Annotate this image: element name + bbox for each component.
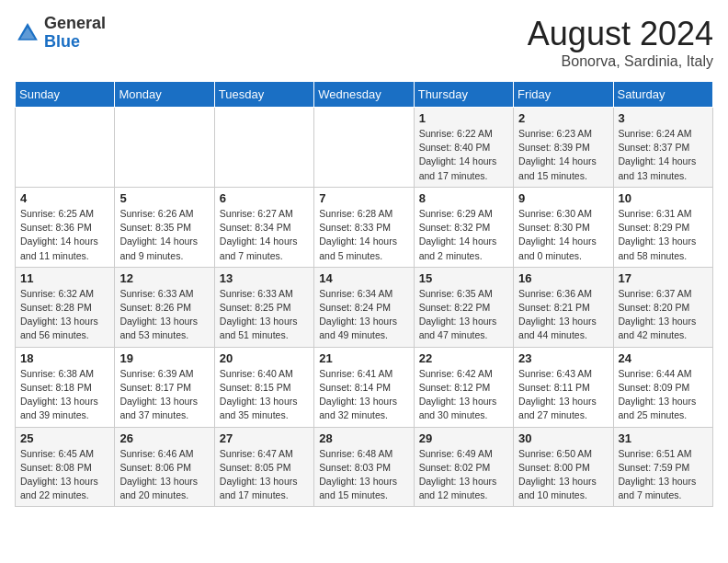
day-number: 31 xyxy=(619,431,708,445)
day-number: 20 xyxy=(220,351,309,365)
calendar-cell: 10Sunrise: 6:31 AM Sunset: 8:29 PM Dayli… xyxy=(613,187,712,267)
day-number: 30 xyxy=(518,431,608,445)
day-detail: Sunrise: 6:31 AM Sunset: 8:29 PM Dayligh… xyxy=(619,207,708,263)
day-number: 4 xyxy=(20,191,109,205)
day-detail: Sunrise: 6:51 AM Sunset: 7:59 PM Dayligh… xyxy=(619,447,708,503)
day-number: 16 xyxy=(518,271,608,285)
day-number: 8 xyxy=(419,191,508,205)
calendar-cell: 1Sunrise: 6:22 AM Sunset: 8:40 PM Daylig… xyxy=(414,108,513,188)
day-detail: Sunrise: 6:26 AM Sunset: 8:35 PM Dayligh… xyxy=(119,207,209,263)
day-detail: Sunrise: 6:47 AM Sunset: 8:05 PM Dayligh… xyxy=(220,447,309,503)
day-detail: Sunrise: 6:33 AM Sunset: 8:26 PM Dayligh… xyxy=(119,287,209,343)
day-number: 12 xyxy=(119,271,209,285)
day-detail: Sunrise: 6:28 AM Sunset: 8:33 PM Dayligh… xyxy=(319,207,408,263)
calendar-week-5: 25Sunrise: 6:45 AM Sunset: 8:08 PM Dayli… xyxy=(16,427,713,507)
day-number: 11 xyxy=(20,271,109,285)
calendar-week-1: 1Sunrise: 6:22 AM Sunset: 8:40 PM Daylig… xyxy=(16,108,713,188)
day-detail: Sunrise: 6:48 AM Sunset: 8:03 PM Dayligh… xyxy=(319,447,408,503)
day-header-wednesday: Wednesday xyxy=(314,82,414,108)
calendar-cell: 3Sunrise: 6:24 AM Sunset: 8:37 PM Daylig… xyxy=(613,108,712,188)
calendar-cell: 22Sunrise: 6:42 AM Sunset: 8:12 PM Dayli… xyxy=(414,347,513,427)
calendar-cell: 12Sunrise: 6:33 AM Sunset: 8:26 PM Dayli… xyxy=(115,267,214,347)
calendar-cell: 15Sunrise: 6:35 AM Sunset: 8:22 PM Dayli… xyxy=(414,267,513,347)
title-block: August 2024 Bonorva, Sardinia, Italy xyxy=(528,15,713,70)
calendar-cell: 2Sunrise: 6:23 AM Sunset: 8:39 PM Daylig… xyxy=(514,108,613,188)
calendar-cell: 16Sunrise: 6:36 AM Sunset: 8:21 PM Dayli… xyxy=(514,267,613,347)
logo-icon xyxy=(15,20,40,46)
day-number: 22 xyxy=(419,351,508,365)
day-detail: Sunrise: 6:22 AM Sunset: 8:40 PM Dayligh… xyxy=(419,127,508,183)
calendar-header: SundayMondayTuesdayWednesdayThursdayFrid… xyxy=(16,82,713,108)
day-number: 18 xyxy=(20,351,109,365)
calendar-cell: 14Sunrise: 6:34 AM Sunset: 8:24 PM Dayli… xyxy=(314,267,414,347)
calendar-body: 1Sunrise: 6:22 AM Sunset: 8:40 PM Daylig… xyxy=(16,108,713,507)
day-number: 15 xyxy=(419,271,508,285)
calendar-cell: 5Sunrise: 6:26 AM Sunset: 8:35 PM Daylig… xyxy=(115,187,214,267)
calendar-cell: 18Sunrise: 6:38 AM Sunset: 8:18 PM Dayli… xyxy=(16,347,115,427)
calendar-week-2: 4Sunrise: 6:25 AM Sunset: 8:36 PM Daylig… xyxy=(16,187,713,267)
day-detail: Sunrise: 6:37 AM Sunset: 8:20 PM Dayligh… xyxy=(619,287,708,343)
calendar-cell: 31Sunrise: 6:51 AM Sunset: 7:59 PM Dayli… xyxy=(613,427,712,507)
day-detail: Sunrise: 6:35 AM Sunset: 8:22 PM Dayligh… xyxy=(419,287,508,343)
calendar-cell xyxy=(214,108,313,188)
day-detail: Sunrise: 6:36 AM Sunset: 8:21 PM Dayligh… xyxy=(518,287,608,343)
page-header: General Blue August 2024 Bonorva, Sardin… xyxy=(15,15,713,70)
logo-general-text: General xyxy=(44,14,106,32)
calendar-cell xyxy=(16,108,115,188)
day-number: 19 xyxy=(119,351,209,365)
day-detail: Sunrise: 6:34 AM Sunset: 8:24 PM Dayligh… xyxy=(319,287,408,343)
calendar-cell xyxy=(115,108,214,188)
location-subtitle: Bonorva, Sardinia, Italy xyxy=(528,53,713,70)
day-number: 14 xyxy=(319,271,408,285)
day-header-tuesday: Tuesday xyxy=(214,82,313,108)
calendar-week-4: 18Sunrise: 6:38 AM Sunset: 8:18 PM Dayli… xyxy=(16,347,713,427)
day-number: 7 xyxy=(319,191,408,205)
day-detail: Sunrise: 6:44 AM Sunset: 8:09 PM Dayligh… xyxy=(619,367,708,423)
day-header-saturday: Saturday xyxy=(613,82,712,108)
calendar-cell: 28Sunrise: 6:48 AM Sunset: 8:03 PM Dayli… xyxy=(314,427,414,507)
day-header-friday: Friday xyxy=(514,82,613,108)
day-detail: Sunrise: 6:40 AM Sunset: 8:15 PM Dayligh… xyxy=(220,367,309,423)
day-number: 28 xyxy=(319,431,408,445)
day-detail: Sunrise: 6:38 AM Sunset: 8:18 PM Dayligh… xyxy=(20,367,109,423)
day-number: 1 xyxy=(419,111,508,125)
day-detail: Sunrise: 6:29 AM Sunset: 8:32 PM Dayligh… xyxy=(419,207,508,263)
day-number: 6 xyxy=(220,191,309,205)
calendar-cell: 29Sunrise: 6:49 AM Sunset: 8:02 PM Dayli… xyxy=(414,427,513,507)
month-year-title: August 2024 xyxy=(528,15,713,53)
calendar-cell: 24Sunrise: 6:44 AM Sunset: 8:09 PM Dayli… xyxy=(613,347,712,427)
day-number: 29 xyxy=(419,431,508,445)
day-detail: Sunrise: 6:24 AM Sunset: 8:37 PM Dayligh… xyxy=(619,127,708,183)
day-detail: Sunrise: 6:23 AM Sunset: 8:39 PM Dayligh… xyxy=(518,127,608,183)
day-number: 9 xyxy=(518,191,608,205)
calendar-cell: 11Sunrise: 6:32 AM Sunset: 8:28 PM Dayli… xyxy=(16,267,115,347)
day-number: 10 xyxy=(619,191,708,205)
day-detail: Sunrise: 6:30 AM Sunset: 8:30 PM Dayligh… xyxy=(518,207,608,263)
day-detail: Sunrise: 6:33 AM Sunset: 8:25 PM Dayligh… xyxy=(220,287,309,343)
day-number: 2 xyxy=(518,111,608,125)
day-detail: Sunrise: 6:50 AM Sunset: 8:00 PM Dayligh… xyxy=(518,447,608,503)
day-number: 25 xyxy=(20,431,109,445)
calendar-week-3: 11Sunrise: 6:32 AM Sunset: 8:28 PM Dayli… xyxy=(16,267,713,347)
day-detail: Sunrise: 6:43 AM Sunset: 8:11 PM Dayligh… xyxy=(518,367,608,423)
calendar-cell xyxy=(314,108,414,188)
day-number: 27 xyxy=(220,431,309,445)
day-detail: Sunrise: 6:45 AM Sunset: 8:08 PM Dayligh… xyxy=(20,447,109,503)
calendar-table: SundayMondayTuesdayWednesdayThursdayFrid… xyxy=(15,81,713,507)
day-number: 13 xyxy=(220,271,309,285)
day-number: 5 xyxy=(119,191,209,205)
calendar-cell: 30Sunrise: 6:50 AM Sunset: 8:00 PM Dayli… xyxy=(514,427,613,507)
day-number: 24 xyxy=(619,351,708,365)
calendar-cell: 7Sunrise: 6:28 AM Sunset: 8:33 PM Daylig… xyxy=(314,187,414,267)
day-number: 23 xyxy=(518,351,608,365)
day-detail: Sunrise: 6:25 AM Sunset: 8:36 PM Dayligh… xyxy=(20,207,109,263)
day-detail: Sunrise: 6:41 AM Sunset: 8:14 PM Dayligh… xyxy=(319,367,408,423)
day-number: 3 xyxy=(619,111,708,125)
calendar-cell: 4Sunrise: 6:25 AM Sunset: 8:36 PM Daylig… xyxy=(16,187,115,267)
day-detail: Sunrise: 6:42 AM Sunset: 8:12 PM Dayligh… xyxy=(419,367,508,423)
calendar-cell: 26Sunrise: 6:46 AM Sunset: 8:06 PM Dayli… xyxy=(115,427,214,507)
day-detail: Sunrise: 6:27 AM Sunset: 8:34 PM Dayligh… xyxy=(220,207,309,263)
day-header-thursday: Thursday xyxy=(414,82,513,108)
day-detail: Sunrise: 6:39 AM Sunset: 8:17 PM Dayligh… xyxy=(119,367,209,423)
calendar-cell: 25Sunrise: 6:45 AM Sunset: 8:08 PM Dayli… xyxy=(16,427,115,507)
